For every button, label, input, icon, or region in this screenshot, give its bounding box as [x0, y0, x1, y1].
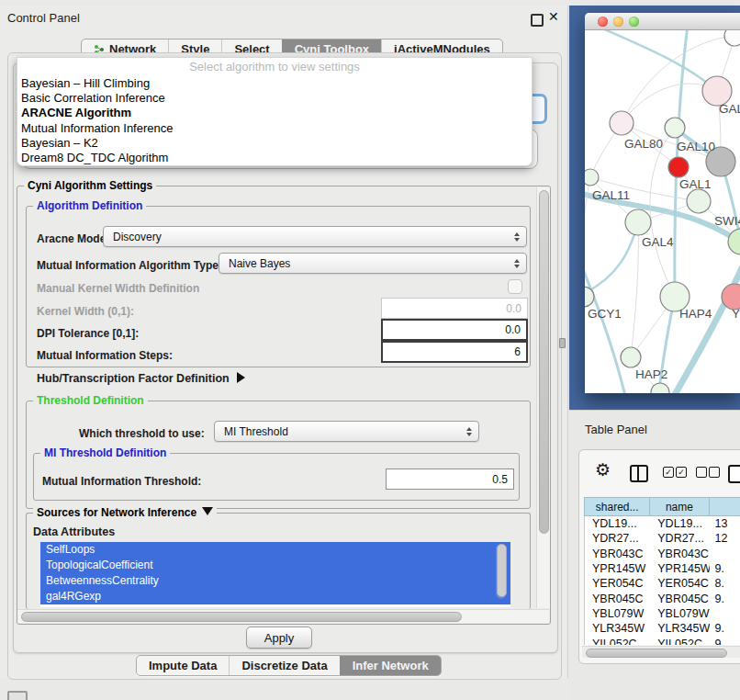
network-node-hap2[interactable] — [621, 347, 641, 367]
data-attribute-item[interactable]: gal4RGexp — [40, 589, 510, 604]
bottom-tab-infer-network[interactable]: Infer Network — [340, 656, 441, 675]
algorithm-option[interactable]: Bayesian – Hill Climbing — [17, 76, 532, 91]
combo-stepper-icon — [514, 259, 520, 268]
table-function-icon[interactable] — [728, 465, 740, 483]
table-horizontal-scrollbar[interactable] — [582, 646, 740, 658]
algorithm-option[interactable]: Bayesian – K2 — [17, 136, 532, 151]
settings-horizontal-scrollbar-thumb[interactable] — [21, 612, 462, 622]
network-node-gal80[interactable] — [610, 111, 633, 135]
algorithm-option[interactable]: Dream8 DC_TDC Algorithm — [17, 151, 532, 165]
bottom-tab-discretize-data[interactable]: Discretize Data — [229, 656, 339, 675]
which-threshold-label: Which threshold to use: — [79, 427, 205, 440]
table-cell: 9. — [710, 593, 740, 605]
table-row[interactable]: YBR043CYBR043C — [585, 547, 740, 561]
network-node-gal1[interactable] — [687, 189, 711, 213]
network-canvas[interactable]: GAL7GAL80GAL10GAL11GAL1SWI4GAL4GCY1HAP4Y… — [585, 30, 740, 393]
algorithm-option[interactable]: Mutual Information Inference — [17, 121, 532, 136]
select-all-checkbox-icon[interactable]: ✓ — [663, 467, 674, 478]
manual-kernel-width-checkbox[interactable] — [508, 279, 522, 294]
node-label: GAL7 — [719, 102, 740, 116]
dpi-tolerance-field[interactable]: 0.0 — [381, 319, 528, 341]
table-cell: YLR345W — [650, 622, 709, 635]
table-row[interactable]: YIL052CYIL052C9 — [585, 636, 740, 645]
network-edge[interactable] — [585, 222, 638, 295]
table-row[interactable]: YER054CYER054C8. — [585, 576, 740, 591]
settings-vertical-scrollbar[interactable] — [536, 187, 550, 608]
close-traffic-light-icon[interactable] — [598, 17, 608, 27]
mi-algorithm-type-combobox[interactable]: Naive Bayes — [219, 253, 527, 274]
deselect-all-checkbox-icon[interactable] — [696, 467, 707, 478]
node-label: GAL10 — [677, 140, 715, 153]
data-attribute-item[interactable]: TopologicalCoefficient — [40, 558, 510, 573]
column-header-shared...[interactable]: shared... — [585, 498, 650, 515]
manual-kernel-width-label: Manual Kernel Width Definition — [37, 282, 199, 295]
float-window-icon[interactable] — [531, 14, 544, 27]
close-icon[interactable]: ✕ — [548, 9, 559, 24]
algorithm-option[interactable]: Basic Correlation Inference — [17, 91, 532, 106]
splitter-grip[interactable] — [559, 338, 566, 348]
table-row[interactable]: YDL19...YDL19...13 — [585, 516, 740, 531]
table-horizontal-scrollbar-thumb[interactable] — [586, 649, 727, 658]
select-all-checkbox-icon[interactable]: ✓ — [676, 467, 687, 478]
combo-stepper-icon — [514, 232, 520, 242]
network-node[interactable] — [668, 157, 689, 177]
column-header-name[interactable]: name — [650, 498, 709, 515]
table-row[interactable]: YLR345WYLR345W9. — [585, 621, 740, 636]
data-attribute-item[interactable]: SelfLoops — [40, 542, 510, 558]
network-node-gal10[interactable] — [665, 118, 685, 138]
table-cell: YPR145W — [650, 562, 709, 575]
data-attributes-label: Data Attributes — [33, 525, 115, 538]
bottom-tab-impute-data[interactable]: Impute Data — [137, 656, 229, 675]
network-edge[interactable] — [594, 30, 717, 91]
mi-algorithm-type-value: Naive Bayes — [229, 257, 290, 270]
table-panel-title: Table Panel — [585, 423, 647, 436]
kernel-width-field[interactable]: 0.0 — [381, 298, 528, 319]
column-layout-icon[interactable] — [630, 465, 648, 482]
collapsed-arrow-icon — [237, 372, 245, 383]
table-cell: YLR345W — [585, 622, 650, 635]
table-row[interactable]: YBL079WYBL079W — [585, 606, 740, 621]
kernel-width-value: 0.0 — [506, 302, 521, 315]
attributes-list-scrollbar[interactable] — [496, 544, 506, 599]
table-row[interactable]: YDR27...YDR27...12 — [585, 531, 740, 546]
data-attribute-item[interactable]: BetweennessCentrality — [40, 573, 510, 589]
network-view-window[interactable]: GAL7GAL80GAL10GAL11GAL1SWI4GAL4GCY1HAP4Y… — [585, 13, 740, 393]
network-edge[interactable] — [673, 258, 740, 393]
table-cell: 9. — [710, 562, 740, 575]
table-cell: YBL079W — [650, 607, 709, 620]
table-cell: YBR043C — [650, 548, 709, 560]
apply-button[interactable]: Apply — [246, 627, 312, 649]
deselect-all-checkbox-icon[interactable] — [709, 467, 720, 478]
column-header-cut[interactable] — [710, 498, 740, 515]
mi-algorithm-type-label: Mutual Information Algorithm Type: — [37, 259, 222, 272]
docked-panel-icon[interactable] — [7, 691, 28, 700]
mi-steps-field[interactable]: 6 — [381, 341, 528, 363]
mi-threshold-field[interactable]: 0.5 — [386, 469, 514, 490]
settings-group-title: Cyni Algorithm Settings — [24, 179, 156, 192]
table-row[interactable]: YPR145WYPR145W9. — [585, 561, 740, 576]
table-row[interactable]: YBR045CYBR045C9. — [585, 591, 740, 605]
table-header-row: shared...name — [584, 497, 740, 516]
table-cell: YBL079W — [585, 607, 650, 620]
node-label: GCY1 — [588, 307, 622, 321]
gear-icon[interactable]: ⚙ — [595, 461, 611, 479]
aracne-mode-combobox[interactable]: Discovery — [103, 226, 527, 247]
settings-horizontal-scrollbar[interactable] — [17, 609, 549, 623]
table-panel: Table Panel ⚙ ✓ ✓ shared...name YDL19...… — [569, 410, 740, 700]
table-cell: 9 — [710, 638, 740, 645]
settings-vertical-scrollbar-thumb[interactable] — [539, 190, 549, 534]
network-node[interactable] — [724, 30, 740, 46]
algorithm-option[interactable]: ARACNE Algorithm — [17, 106, 532, 120]
mi-steps-value: 6 — [514, 345, 521, 358]
network-node-gal11[interactable] — [585, 169, 599, 186]
minimize-traffic-light-icon[interactable] — [613, 17, 623, 27]
data-attributes-list[interactable]: SelfLoopsTopologicalCoefficientBetweenne… — [40, 542, 510, 607]
expanded-arrow-icon — [202, 507, 213, 515]
network-window-titlebar[interactable] — [585, 13, 740, 30]
hub-definition-label: Hub/Transcription Factor Definition — [37, 372, 230, 385]
network-node[interactable] — [651, 383, 669, 393]
zoom-traffic-light-icon[interactable] — [629, 17, 639, 27]
which-threshold-combobox[interactable]: MI Threshold — [214, 421, 479, 442]
hub-definition-toggle[interactable]: Hub/Transcription Factor Definition — [37, 372, 245, 385]
network-node-gal4[interactable] — [625, 209, 651, 235]
